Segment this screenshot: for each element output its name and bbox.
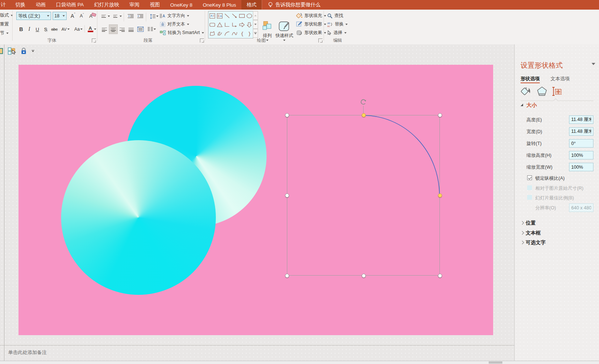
tab-format[interactable]: 格式	[241, 0, 262, 10]
shape-right-arrow-icon[interactable]	[239, 22, 245, 27]
tab-design-partial[interactable]: 计	[0, 0, 10, 10]
oval-shape-front[interactable]	[61, 140, 216, 295]
shape-right-brace-icon[interactable]: }	[247, 31, 252, 36]
shape-rectangle-icon[interactable]	[239, 13, 245, 18]
adjust-handle-arc-start[interactable]	[362, 113, 366, 117]
effects-icon-tab[interactable]	[536, 86, 548, 97]
resize-handle-bottom-center[interactable]	[362, 274, 366, 278]
font-name-combo[interactable]: 等线 (正文)	[16, 12, 51, 20]
text-shadow-button[interactable]: S	[41, 24, 50, 34]
shape-scribble-icon[interactable]	[217, 31, 222, 36]
font-dialog-launcher[interactable]	[92, 38, 96, 43]
shape-line-icon[interactable]	[224, 13, 230, 18]
rotate-handle[interactable]	[360, 98, 367, 105]
shape-elbow-connector-icon[interactable]	[224, 22, 230, 27]
shape-freeform-icon[interactable]	[210, 31, 215, 36]
bold-button[interactable]: B	[17, 24, 25, 34]
shape-vertical-text-box-icon[interactable]: A	[217, 13, 222, 18]
clipboard-stub-icon[interactable]	[0, 48, 3, 54]
tab-slideshow[interactable]: 幻灯片放映	[89, 0, 124, 10]
change-case-button[interactable]: Aa	[73, 24, 84, 34]
lock-aspect-ratio-checkbox[interactable]	[527, 175, 532, 180]
strikethrough-button[interactable]: abc	[50, 24, 59, 34]
tab-onekey8[interactable]: OneKey 8	[165, 0, 198, 10]
align-left-button[interactable]	[100, 24, 109, 34]
scale-height-input[interactable]	[569, 151, 593, 159]
convert-smartart-button[interactable]: 转换为 SmartArt	[160, 30, 204, 36]
gallery-more-button[interactable]	[253, 29, 258, 38]
shape-effects-button[interactable]: 形状效果	[296, 30, 326, 36]
selected-arc-shape[interactable]	[287, 115, 440, 276]
gallery-scroll-down-button[interactable]	[253, 20, 258, 29]
scrollbar-thumb[interactable]	[489, 361, 502, 364]
tab-pocket-animation[interactable]: 口袋动画 PA	[51, 0, 89, 10]
adjust-handle-arc-end[interactable]	[438, 193, 442, 198]
font-size-combo[interactable]: 18	[53, 12, 67, 20]
bullets-button[interactable]	[100, 12, 111, 21]
position-section-header[interactable]: 位置	[526, 220, 536, 226]
shape-left-brace-icon[interactable]: {	[239, 31, 245, 36]
clear-formatting-button[interactable]: A	[88, 11, 97, 20]
height-input[interactable]	[569, 115, 593, 124]
alttext-section-expand-icon[interactable]	[521, 241, 524, 245]
increase-font-size-button[interactable]: Aˆ	[69, 12, 77, 20]
size-section-expand-icon[interactable]	[521, 104, 523, 106]
shape-horizontal-text-box-icon[interactable]: A	[210, 13, 215, 18]
align-center-button[interactable]	[109, 24, 118, 34]
drawing-dialog-launcher[interactable]	[318, 38, 322, 43]
decrease-indent-button[interactable]	[126, 12, 135, 21]
shape-line-arrow-icon[interactable]	[232, 13, 237, 18]
font-color-button[interactable]: A	[86, 24, 98, 34]
resize-handle-middle-left[interactable]	[285, 193, 289, 198]
italic-button[interactable]: I	[25, 24, 33, 34]
resize-handle-bottom-right[interactable]	[438, 274, 442, 278]
textbox-section-header[interactable]: 文本框	[526, 230, 541, 236]
shape-oval-icon[interactable]	[247, 13, 252, 18]
pane-collapse-button[interactable]	[592, 65, 595, 72]
shape-elbow-arrow-connector-icon[interactable]	[232, 22, 237, 27]
underline-button[interactable]: U	[33, 24, 41, 34]
tell-me-box[interactable]: 告诉我你想要做什么	[262, 0, 327, 10]
shape-triangle-icon[interactable]	[217, 22, 222, 27]
tab-review[interactable]: 审阅	[124, 0, 145, 10]
shape-gallery[interactable]: A A { }	[208, 11, 253, 38]
notes-placeholder[interactable]: 单击此处添加备注	[8, 349, 47, 356]
size-properties-icon-tab[interactable]	[551, 86, 562, 97]
lock-icon[interactable]	[20, 47, 27, 55]
textbox-section-expand-icon[interactable]	[521, 231, 524, 235]
text-direction-button[interactable]: A 文字方向	[160, 13, 189, 19]
tab-transitions[interactable]: 切换	[10, 0, 31, 10]
thumbnail-pane-divider[interactable]	[4, 44, 4, 361]
pane-tab-text-options[interactable]: 文本选项	[551, 75, 570, 82]
paragraph-dialog-launcher[interactable]	[200, 38, 204, 43]
size-section-header[interactable]: 大小	[526, 102, 537, 109]
gallery-scroll-up-button[interactable]	[253, 11, 258, 20]
tab-view[interactable]: 视图	[145, 0, 165, 10]
distribute-text-button[interactable]	[135, 24, 145, 34]
shape-down-arrow-icon[interactable]	[247, 22, 252, 27]
align-right-button[interactable]	[118, 24, 127, 34]
quick-tools-more-button[interactable]	[31, 50, 34, 53]
resize-handle-bottom-left[interactable]	[285, 274, 289, 278]
select-objects-button[interactable]	[8, 47, 16, 55]
justify-button[interactable]	[127, 24, 135, 34]
select-button[interactable]: 选择	[327, 30, 347, 36]
numbering-button[interactable]	[112, 12, 123, 21]
section-button[interactable]: 节	[0, 30, 9, 36]
alttext-section-header[interactable]: 可选文字	[526, 239, 546, 246]
shape-rounded-rectangle-icon[interactable]	[210, 22, 215, 27]
bottom-scrollbar-strip[interactable]	[0, 361, 599, 364]
width-input[interactable]	[569, 127, 593, 136]
pane-tab-shape-options[interactable]: 形状选项	[521, 75, 540, 82]
layout-button[interactable]: 版式	[0, 12, 13, 18]
tab-onekey8plus[interactable]: OneKey 8 Plus	[198, 0, 241, 10]
resize-handle-top-right[interactable]	[438, 113, 442, 117]
notes-splitter[interactable]	[0, 345, 514, 346]
shape-curve-icon[interactable]	[232, 31, 237, 36]
scale-width-input[interactable]	[569, 163, 593, 171]
replace-button[interactable]: abac 替换	[327, 21, 348, 27]
tab-animations[interactable]: 动画	[31, 0, 51, 10]
decrease-font-size-button[interactable]: Aˇ	[78, 12, 86, 20]
resize-handle-top-left[interactable]	[285, 113, 289, 117]
line-spacing-button[interactable]	[148, 12, 160, 21]
